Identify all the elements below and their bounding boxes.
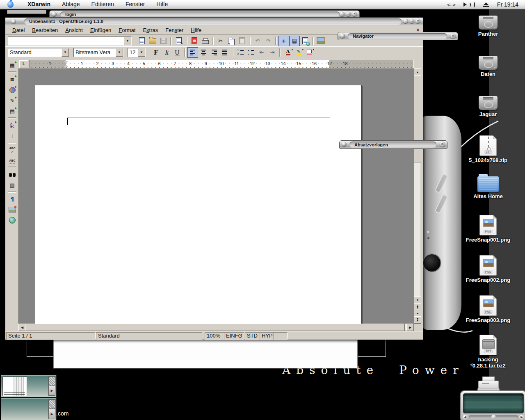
stylist-button[interactable]: ▤ [289,36,300,46]
menubar-ablage[interactable]: Ablage [56,0,86,9]
chevron-down-icon[interactable]: ▼ [124,37,131,45]
desktop-icon-jaguar[interactable]: Jaguar [463,96,513,117]
nonprinting-characters-button[interactable]: ¶ [7,194,18,204]
window-knob[interactable] [342,142,347,146]
desktop-icon-zip[interactable]: ZIP 5_1024x768.zip [463,135,513,163]
pager-slider[interactable] [469,415,518,419]
expand-arrow-icon[interactable]: ▶ [48,409,55,419]
paste-button[interactable] [237,36,247,46]
next-page-button[interactable]: ▼▼ [414,316,421,324]
justify-button[interactable] [219,47,230,58]
paragraph-background-button[interactable]: ▾ [304,47,315,58]
draw-functions-button[interactable]: ✎ [7,95,18,106]
desktop-icon-freesnap002[interactable]: PNG FreeSnap002.png [463,255,513,283]
status-hyperlink-mode[interactable]: HYP [260,332,274,340]
menu-fenster[interactable]: Fenster [162,26,187,34]
status-page[interactable]: Seite 1 / 1 [6,332,96,340]
menubar-fenster[interactable]: Fenster [120,0,151,9]
insert-button[interactable]: ▦ [7,60,18,71]
minimized-window-2[interactable]: ▶ [1,398,57,420]
minimized-window-1[interactable]: ▶ [1,375,57,397]
align-left-button[interactable] [187,47,198,58]
minimize-button[interactable]: – [340,11,345,16]
menu-datei[interactable]: Datei [9,26,28,34]
horizontal-scroll-thumb[interactable] [25,324,405,331]
close-icon[interactable]: × [450,33,456,39]
new-document-button[interactable] [137,36,147,46]
open-button[interactable] [147,36,158,46]
font-size-combobox[interactable]: 12▼ [128,48,146,57]
insert-fields-button[interactable]: ≡ [7,74,18,84]
desktop-icon-panther[interactable]: Panther [463,16,513,37]
menu-bearbeiten[interactable]: Bearbeiten [28,26,62,34]
pager-slider-knob[interactable] [491,415,496,419]
desktop-icon-freesnap001[interactable]: PNG FreeSnap001.png [463,215,513,243]
menu-ansicht[interactable]: Ansicht [62,26,87,34]
chevron-down-icon[interactable]: ▼ [116,48,123,57]
hyperlink-button[interactable] [300,36,310,46]
scroll-up-button[interactable]: ▲ [414,68,421,76]
chevron-down-icon[interactable]: ▼ [138,48,145,57]
menubar-editieren[interactable]: Editieren [86,0,120,9]
numbering-button[interactable]: 12 [235,47,246,58]
eject-icon[interactable] [483,2,489,7]
print-button[interactable] [200,36,210,46]
desktop-icon-daten[interactable]: Daten [463,56,513,77]
menubar-hilfe[interactable]: Hilfe [151,0,173,9]
underline-button[interactable]: U [172,47,183,58]
resize-corner[interactable] [414,324,420,330]
copy-button[interactable] [226,36,237,46]
navigator-floating-titlebar[interactable]: Navigator × [338,32,458,40]
export-pdf-button[interactable] [189,36,200,46]
pager-left-button[interactable]: ◀ [463,415,468,420]
save-button[interactable] [158,36,169,46]
data-sources-button[interactable]: ▥ [7,180,18,190]
menu-einfuegen[interactable]: Einfügen [87,26,115,34]
close-icon[interactable]: × [440,142,445,147]
vertical-scrollbar[interactable]: ▲ ▼ ▲▲ ● ▼▼ [414,68,420,324]
url-combobox[interactable]: ▼ [8,37,132,46]
highlighting-button[interactable]: ✎▾ [293,47,304,58]
desktop-icon-freesnap003[interactable]: PNG FreeSnap003.png [463,295,513,323]
bold-button[interactable]: F [151,47,161,58]
find-replace-button[interactable] [7,169,18,180]
desktop-icon-altes-home[interactable]: Altes Home [463,176,513,199]
desktop-icon-hacking-archive[interactable]: .BZ2 hacking -0.28.1.tar.bz2 [463,335,513,369]
maximize-button[interactable]: □ [409,18,414,23]
volume-icon[interactable] [463,1,475,8]
insert-object-button[interactable] [7,84,18,95]
expand-arrow-icon[interactable]: ▶ [48,386,55,396]
font-color-button[interactable]: A▾ [283,47,293,58]
direct-cursor-button[interactable]: I [7,130,18,141]
status-insert-mode[interactable]: EINFG [224,332,244,340]
menubar-app-name[interactable]: XDarwin [22,0,56,9]
background-window-body[interactable] [53,340,358,368]
font-name-combobox[interactable]: Bitstream Vera▼ [73,48,123,57]
menubar-clock[interactable]: Fr 19:14 [497,1,518,8]
gallery-button[interactable] [315,36,326,46]
menu-format[interactable]: Format [115,26,139,34]
italic-button[interactable]: k [161,47,172,58]
align-right-button[interactable] [209,47,219,58]
spellcheck-button[interactable]: ABC✓ [7,144,18,155]
paragraph-style-combobox[interactable]: Standard▼ [8,48,69,57]
maximize-button[interactable]: □ [346,11,351,16]
cut-button[interactable]: ✂ [215,36,226,46]
pager-applet[interactable]: ◀ ▶ [460,390,525,420]
autotext-button[interactable]: ABC [7,120,18,130]
scroll-right-button[interactable]: ▶ [406,324,414,331]
stylist-floating-titlebar[interactable]: Absatzvorlagen × [339,140,447,149]
form-functions-button[interactable]: ▤ [7,106,18,116]
edit-file-button[interactable]: ✎ [173,36,184,46]
undo-button[interactable]: ↶ [252,36,263,46]
menu-hilfe[interactable]: Hilfe [187,26,205,34]
apple-menu-icon[interactable] [7,1,14,8]
document-page[interactable] [35,85,362,324]
decrease-indent-button[interactable]: ⇤ [256,47,267,58]
online-layout-button[interactable] [7,215,18,226]
vertical-scroll-thumb[interactable] [414,75,421,162]
window-knob[interactable] [11,19,16,24]
status-zoom[interactable]: 100% [205,332,224,340]
openoffice-titlebar[interactable]: Unbenannt1 - OpenOffice.org 1.1.0 – □ × [5,18,423,25]
document-view[interactable] [18,68,415,324]
